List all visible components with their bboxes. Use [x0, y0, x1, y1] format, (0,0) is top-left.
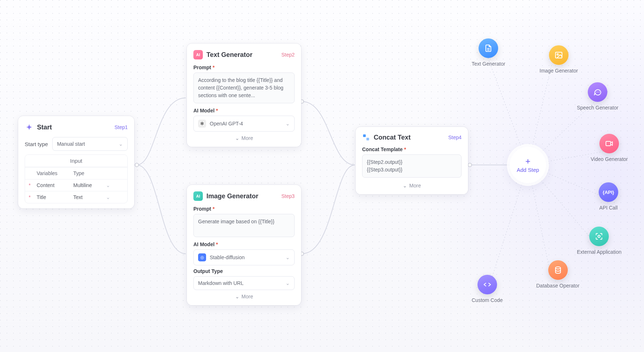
ai-badge-icon: AI — [193, 50, 203, 59]
svg-line-7 — [488, 165, 528, 290]
speech-icon — [588, 82, 607, 102]
sparkle-icon: ✦ — [25, 123, 33, 132]
image-icon — [549, 45, 569, 65]
step-tag: Step4 — [448, 134, 462, 140]
table-row[interactable]: * Content Multiline ⌄ — [25, 179, 127, 191]
concat-title: Concat Text — [374, 134, 444, 141]
table-row[interactable]: * Title Text ⌄ — [25, 191, 127, 203]
stable-diffusion-icon: ◎ — [198, 253, 206, 261]
svg-point-15 — [557, 54, 558, 55]
more-label: More — [242, 294, 253, 299]
tool-label: Custom Code — [472, 297, 503, 303]
openai-icon: ✻ — [198, 120, 206, 128]
start-type-value: Manual start — [57, 141, 85, 147]
tool-label: Database Operator — [536, 283, 579, 289]
api-icon: {API} — [599, 182, 618, 202]
var-name: Title — [35, 194, 73, 200]
var-type: Multiline — [73, 182, 106, 188]
model-value: Stable-diffusion — [210, 254, 245, 260]
model-value: OpenAI GPT-4 — [210, 121, 243, 127]
prompt-label: Prompt * — [193, 65, 295, 70]
concat-text-node[interactable]: Concat Text Step4 Concat Template * ⌄ Mo… — [356, 127, 468, 194]
tool-video-generator[interactable]: Video Generator — [591, 134, 628, 162]
chevron-down-icon: ⌄ — [286, 121, 290, 127]
tool-image-generator[interactable]: Image Generator — [540, 45, 578, 74]
concat-icon — [362, 133, 370, 141]
more-label: More — [242, 135, 253, 141]
tool-label: Text Generator — [472, 61, 505, 67]
scan-icon — [589, 227, 609, 246]
svg-point-17 — [598, 92, 598, 92]
ai-model-select[interactable]: ◎ Stable-diffusion ⌄ — [193, 249, 295, 265]
chevron-down-icon: ⌄ — [119, 141, 123, 147]
tool-label: Image Generator — [540, 68, 578, 74]
output-type-label: Output Type — [193, 268, 295, 274]
plus-icon: + — [525, 157, 530, 166]
output-type-select[interactable]: Markdown with URL ⌄ — [193, 276, 295, 290]
col-variables: Variables — [35, 170, 73, 176]
tool-api-call[interactable]: {API} API Call — [599, 182, 618, 211]
text-generator-title: Text Generator — [206, 51, 278, 59]
svg-point-21 — [555, 267, 561, 269]
tool-label: Video Generator — [591, 156, 628, 162]
svg-point-18 — [599, 92, 600, 92]
chevron-down-icon: ⌄ — [403, 183, 407, 189]
step-tag: Step3 — [281, 193, 295, 199]
chevron-down-icon: ⌄ — [235, 135, 239, 141]
model-label: AI Model * — [193, 241, 295, 247]
ai-model-select[interactable]: ✻ OpenAI GPT-4 ⌄ — [193, 116, 295, 132]
col-type: Type — [73, 170, 106, 176]
step-tag: Step2 — [281, 52, 295, 58]
svg-rect-13 — [366, 138, 369, 140]
more-label: More — [409, 183, 421, 189]
tool-speech-generator[interactable]: Speech Generator — [577, 82, 618, 111]
start-title: Start — [37, 124, 111, 131]
tool-custom-code[interactable]: Custom Code — [472, 275, 503, 303]
chevron-down-icon: ⌄ — [106, 182, 110, 188]
start-type-select[interactable]: Manual start ⌄ — [52, 137, 128, 151]
svg-point-8 — [135, 163, 139, 167]
svg-point-11 — [468, 163, 472, 167]
template-input[interactable] — [362, 154, 462, 178]
more-toggle[interactable]: ⌄ More — [193, 132, 295, 142]
prompt-input[interactable] — [193, 73, 295, 103]
video-icon — [599, 134, 619, 153]
svg-point-20 — [598, 235, 600, 237]
add-step-label: Add Step — [517, 167, 539, 173]
image-generator-title: Image Generator — [206, 192, 278, 200]
database-icon — [548, 260, 568, 280]
tool-label: Speech Generator — [577, 105, 618, 111]
more-toggle[interactable]: ⌄ More — [193, 290, 295, 300]
tool-label: External Application — [577, 249, 622, 255]
tool-label: API Call — [599, 205, 618, 211]
tool-database-operator[interactable]: Database Operator — [536, 260, 579, 289]
add-step-button[interactable]: + Add Step — [510, 147, 546, 183]
tool-external-application[interactable]: External Application — [577, 227, 622, 255]
more-toggle[interactable]: ⌄ More — [362, 179, 462, 189]
svg-rect-12 — [363, 134, 366, 137]
tool-text-generator[interactable]: Text Generator — [472, 38, 505, 67]
text-file-icon — [479, 38, 498, 58]
ai-badge-icon: AI — [193, 191, 203, 201]
chevron-down-icon: ⌄ — [106, 194, 110, 200]
prompt-input[interactable] — [193, 214, 295, 237]
output-type-value: Markdown with URL — [198, 280, 243, 286]
chevron-down-icon: ⌄ — [235, 294, 239, 299]
code-icon — [477, 275, 497, 294]
var-type: Text — [73, 194, 106, 200]
model-label: AI Model * — [193, 108, 295, 113]
chevron-down-icon: ⌄ — [286, 254, 290, 260]
chevron-down-icon: ⌄ — [286, 280, 290, 286]
input-table: Input Variables Type * Content Multiline… — [25, 154, 128, 203]
text-generator-node[interactable]: AI Text Generator Step2 Prompt * AI Mode… — [187, 44, 301, 147]
var-name: Content — [35, 182, 73, 188]
prompt-label: Prompt * — [193, 206, 295, 212]
start-node[interactable]: ✦ Start Step1 Start type Manual start ⌄ … — [18, 116, 134, 208]
step-tag: Step1 — [114, 124, 128, 130]
svg-point-16 — [596, 92, 597, 92]
image-generator-node[interactable]: AI Image Generator Step3 Prompt * AI Mod… — [187, 185, 301, 305]
svg-rect-19 — [606, 141, 611, 146]
start-type-label: Start type — [25, 141, 48, 147]
input-header: Input — [25, 155, 127, 167]
template-label: Concat Template * — [362, 146, 462, 152]
